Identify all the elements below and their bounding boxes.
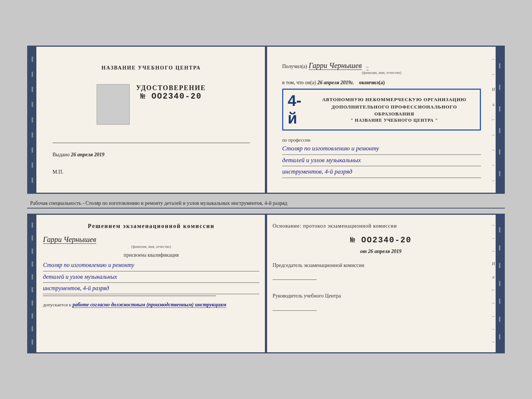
stamp-box: 4-й АВТОНОМНУЮ НЕКОММЕРЧЕСКУЮ ОРГАНИЗАЦИ… — [282, 89, 481, 131]
cert-bottom-left-page: Решением экзаменационной комиссии Гарри … — [28, 215, 266, 352]
chairman-section: Председатель экзаменационной комиссии — [273, 262, 489, 287]
profession-label: по профессии — [282, 137, 481, 143]
in-that-line: в том, что он(а) 26 апреля 2019г. окончи… — [282, 80, 481, 86]
certificate-bottom: Решением экзаменационной комиссии Гарри … — [27, 214, 505, 353]
allowed-italic: работе согласно должностным (производств… — [72, 302, 226, 308]
cert-title-label: УДОСТОВЕРЕНИЕ — [136, 84, 206, 92]
org-line3: " НАЗВАНИЕ УЧЕБНОГО ЦЕНТРА " — [313, 118, 475, 123]
allowed-prefix: допускается к — [43, 302, 71, 307]
protocol-date: от 26 апреля 2019 — [273, 249, 489, 254]
org-line1: АВТОНОМНУЮ НЕКОММЕРЧЕСКУЮ ОРГАНИЗАЦИЮ — [313, 96, 475, 103]
cert-number: № OO2340-20 — [136, 92, 206, 101]
allowed-line: допускается к работе согласно должностны… — [43, 302, 259, 308]
in-that-date: 26 апреля 2019г. — [317, 80, 354, 85]
protocol-number: № OO2340-20 — [273, 236, 489, 245]
description-line: Рабочая специальность - Столяр по изгото… — [27, 199, 505, 209]
cert-bottom-right-page: Основание: протокол экзаменационной коми… — [266, 215, 504, 352]
certificate-top: НАЗВАНИЕ УЧЕБНОГО ЦЕНТРА УДОСТОВЕРЕНИЕ №… — [27, 46, 505, 194]
year-big: 4-й — [288, 92, 310, 127]
qual-line1: Столяр по изготовлению и ремонту — [43, 260, 259, 271]
finished-label: окончил(а) — [359, 80, 385, 85]
learning-center-title: НАЗВАНИЕ УЧЕБНОГО ЦЕНТРА — [101, 64, 201, 72]
decision-title: Решением экзаменационной комиссии — [43, 222, 259, 230]
issued-label: Выдано — [53, 152, 70, 157]
chairman-label: Председатель экзаменационной комиссии — [273, 262, 489, 269]
profession-line1: Столяр по изготовлению и ремонту — [282, 143, 481, 155]
cert-right-page: Получил(а) Гарри Чернышев – (фамилия, им… — [266, 47, 504, 193]
chairman-sig-line — [273, 271, 317, 280]
spine-bottom-right — [496, 215, 504, 352]
mp-label: М.П. — [53, 169, 64, 175]
cert-left-page: НАЗВАНИЕ УЧЕБНОГО ЦЕНТРА УДОСТОВЕРЕНИЕ №… — [28, 47, 266, 193]
cert-section: УДОСТОВЕРЕНИЕ № OO2340-20 — [136, 84, 206, 101]
in-that-prefix: в том, что он(а) — [282, 80, 316, 85]
right-spine-dashes: – – И а ← – – – – — [491, 47, 496, 193]
recipient-prefix: Получил(а) — [282, 64, 307, 69]
photo-placeholder — [97, 84, 130, 125]
bottom-person-name: Гарри Чернышев — [43, 235, 96, 244]
spine-right — [496, 47, 504, 193]
recipient-name: Гарри Чернышев — [309, 61, 362, 70]
head-section: Руководитель учебного Центра — [273, 292, 489, 317]
basis-title: Основание: протокол экзаменационной коми… — [273, 222, 489, 230]
bottom-person-hint: (фамилия, имя, отчество) — [43, 245, 259, 249]
profession-line3: инструментов, 4-й разряд — [282, 166, 481, 178]
qual-line3: инструментов, 4-й разряд — [43, 283, 259, 294]
issued-line: Выдано 26 апреля 2019 — [53, 152, 250, 158]
head-label: Руководитель учебного Центра — [273, 292, 489, 300]
protocol-date-value: 26 апреля 2019 — [368, 249, 402, 254]
org-line2: ДОПОЛНИТЕЛЬНОГО ПРОФЕССИОНАЛЬНОГО ОБРАЗО… — [313, 103, 475, 118]
profession-line2: деталей и узлов музыкальных — [282, 155, 481, 167]
bottom-right-spine-dashes: – – – И а ← – – – – — [491, 215, 496, 352]
qual-line2: деталей и узлов музыкальных — [43, 271, 259, 283]
issued-date: 26 апреля 2019 — [71, 152, 104, 157]
head-sig-line — [273, 302, 317, 311]
recipient-hint: (фамилия, имя, отчество) — [282, 71, 481, 75]
assigned-label: присвоена квалификация — [43, 252, 259, 258]
protocol-date-prefix: от — [360, 249, 367, 254]
